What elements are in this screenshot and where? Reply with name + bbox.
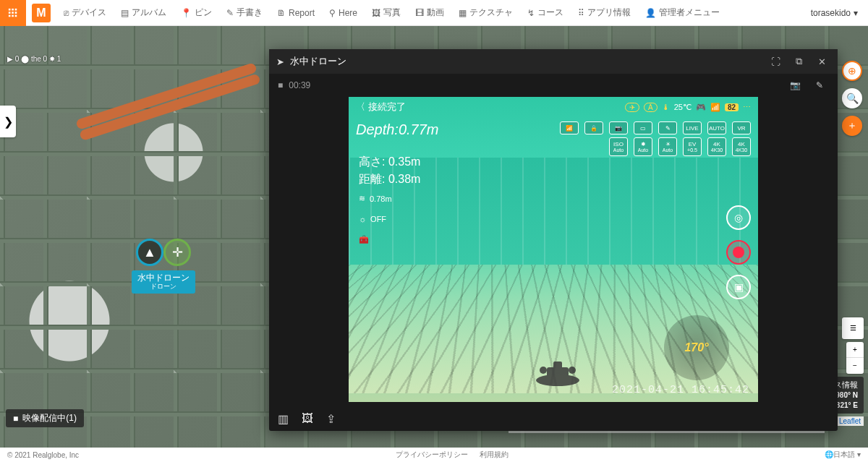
svg-rect-1 <box>12 8 14 10</box>
videocam-icon: ▣ <box>734 281 744 293</box>
close-button[interactable]: ✕ <box>813 56 830 67</box>
admin-icon: 👤 <box>645 8 656 18</box>
feed-status-icons: ✈ A 🌡 25℃ 🎮 📶 82 ⋯ <box>625 103 751 112</box>
app-logo[interactable]: M <box>32 4 51 22</box>
top-toolbar: M ⎚デバイス ▤アルバム 📍ピン ✎手書き 🗎Report ⚲Here 🖼写真… <box>0 0 868 26</box>
pin-icon: 📍 <box>181 8 192 18</box>
capture-photo-button[interactable]: ◎ <box>726 205 751 230</box>
chevron-down-icon: ▾ <box>854 8 858 18</box>
signal-icon[interactable]: 📶 <box>560 121 579 134</box>
nav-photo[interactable]: 🖼写真 <box>365 0 408 26</box>
light-icon: ☼ <box>359 215 366 223</box>
more-icon[interactable]: ⋯ <box>743 103 751 112</box>
search-button[interactable]: 🔍 <box>842 88 862 108</box>
map-tools-right: ⊕ 🔍 ＋ <box>842 61 862 136</box>
svg-rect-11 <box>553 362 562 369</box>
chevron-right-icon: ❯ <box>4 115 13 129</box>
zoom-out-button[interactable]: − <box>846 358 864 374</box>
svg-point-13 <box>569 367 576 374</box>
svg-rect-7 <box>12 14 14 17</box>
sidebar-expand-button[interactable]: ❯ <box>0 106 16 137</box>
shutter-setting[interactable]: ✸Auto <box>634 137 652 156</box>
report-icon: 🗎 <box>277 8 286 18</box>
compass-widget[interactable]: 170° <box>664 315 729 380</box>
cam-icon[interactable]: 📷 <box>609 121 628 134</box>
draw-icon[interactable]: ✎ <box>658 121 677 134</box>
lock-icon[interactable]: 🔒 <box>584 121 603 134</box>
copyright-text: © 2021 Realglobe, Inc <box>7 451 79 459</box>
fullscreen-button[interactable]: ⛶ <box>767 56 784 67</box>
battery-badge: 82 <box>725 103 739 111</box>
thermometer-icon: 🌡 <box>662 103 670 111</box>
panel-titlebar[interactable]: ➤ 水中ドローン ⛶ ⧉ ✕ <box>269 49 838 74</box>
vr-icon[interactable]: VR <box>732 121 751 134</box>
drone-silhouette <box>529 359 587 388</box>
plus-icon: ＋ <box>847 119 857 132</box>
streaming-badge[interactable]: ■ 映像配信中(1) <box>6 409 84 427</box>
nav-handwrite[interactable]: ✎手書き <box>219 0 270 26</box>
feed-back-button[interactable]: 〈 接続完了 <box>356 100 406 114</box>
svg-rect-10 <box>547 367 569 377</box>
image-icon[interactable]: 🖼 <box>302 412 313 425</box>
terms-link[interactable]: 利用規約 <box>480 450 509 460</box>
nav-course[interactable]: ↯コース <box>520 0 571 26</box>
privacy-link[interactable]: プライバシーポリシー <box>396 450 468 460</box>
ev-setting[interactable]: EV+0.5 <box>683 137 702 156</box>
leaflet-attribution[interactable]: Leaflet <box>836 416 864 426</box>
popout-button[interactable]: ⧉ <box>790 56 807 67</box>
nav-here[interactable]: ⚲Here <box>322 0 365 26</box>
res-setting[interactable]: 4K4K30 <box>707 137 726 156</box>
appinfo-icon: ⠿ <box>578 8 584 18</box>
edit-button[interactable]: ✎ <box>810 77 829 93</box>
device-icon: ⎚ <box>64 8 69 18</box>
marker-label: 水中ドローン ドローン <box>132 270 195 294</box>
nav-album[interactable]: ▤アルバム <box>114 0 174 26</box>
nav-texture[interactable]: ▦テクスチャ <box>451 0 520 26</box>
res2-setting[interactable]: 4K4K30 <box>732 137 751 156</box>
video-time: 00:39 <box>289 80 310 90</box>
auto-a-icon: A <box>644 103 658 112</box>
toolbox-button[interactable]: 🧰 <box>359 235 392 244</box>
automode-icon[interactable]: AUTO <box>707 121 726 134</box>
layers-button[interactable]: ☰ <box>842 317 864 339</box>
live-icon[interactable]: LIVE <box>683 121 702 134</box>
layers-icon: ☰ <box>850 324 856 332</box>
light-readout: ☼OFF <box>359 215 392 223</box>
add-button[interactable]: ＋ <box>842 116 862 136</box>
share-icon[interactable]: ⇪ <box>326 412 336 426</box>
snapshot-button[interactable]: 📷 <box>786 77 804 93</box>
wb-setting[interactable]: ☀Auto <box>658 137 677 156</box>
nav-appinfo[interactable]: ⠿アプリ情報 <box>571 0 638 26</box>
videocam-icon: ■ <box>278 80 283 90</box>
nav-report[interactable]: 🗎Report <box>270 0 322 26</box>
language-selector[interactable]: 🌐日本語 ▾ <box>825 450 861 460</box>
switch-camera-button[interactable]: ▣ <box>726 275 751 299</box>
locate-button[interactable]: ⊕ <box>842 61 862 81</box>
zoom-control: + − <box>846 342 864 374</box>
sonar-readout: ≋0.78m <box>359 194 392 203</box>
controller-icon: 🎮 <box>696 103 706 112</box>
camera-icon: ■ <box>13 414 18 424</box>
handwrite-icon: ✎ <box>226 8 234 18</box>
nav-device[interactable]: ⎚デバイス <box>56 0 114 26</box>
compass-icon: ▲ <box>136 239 163 266</box>
svg-rect-2 <box>15 8 17 10</box>
depth-readout: Depth:0.77m <box>356 121 439 139</box>
camera-settings-grid: 📶 🔒 📷 ▭ ✎ LIVE AUTO VR ISOAuto ✸Auto ☀Au… <box>560 121 751 159</box>
nav-video[interactable]: 🎞動画 <box>408 0 451 26</box>
nav-pin[interactable]: 📍ピン <box>174 0 219 26</box>
target-icon: ✛ <box>163 239 191 266</box>
book-icon[interactable]: ▥ <box>278 412 289 426</box>
frame-icon[interactable]: ▭ <box>634 121 652 134</box>
here-icon: ⚲ <box>329 8 336 18</box>
chevron-left-icon: 〈 <box>356 100 365 114</box>
user-menu[interactable]: torasekido ▾ <box>801 0 868 26</box>
nav-admin[interactable]: 👤管理者メニュー <box>638 0 727 26</box>
record-button[interactable] <box>726 240 751 265</box>
drone-video-panel: ➤ 水中ドローン ⛶ ⧉ ✕ ■ 00:39 📷 ✎ 〈 接続完了 ✈ A <box>269 49 838 431</box>
drone-map-marker[interactable]: ▲ ✛ 水中ドローン ドローン <box>132 239 195 294</box>
zoom-in-button[interactable]: + <box>846 342 864 358</box>
app-grid-button[interactable] <box>0 0 26 26</box>
iso-setting[interactable]: ISOAuto <box>609 137 628 156</box>
svg-rect-3 <box>9 12 11 14</box>
